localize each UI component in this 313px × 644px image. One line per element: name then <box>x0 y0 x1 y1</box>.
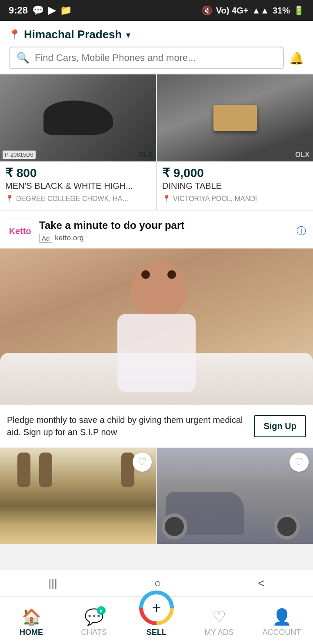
ad-bottom: Pledge monthly to save a child by giving… <box>0 405 313 447</box>
product-card-table[interactable]: OLX ₹ 9,000 DINING TABLE 📍 VICTORIYA POO… <box>157 74 313 210</box>
product-card-shoe[interactable]: P-20815D6 OLX ₹ 800 MEN'S BLACK & WHITE … <box>0 74 156 210</box>
status-bar: 9:28 💬 ▶ 📁 🔇 Vo) 4G+ ▲▲ 31% 🔋 <box>0 0 313 21</box>
product-card-bike[interactable]: ♡ <box>157 448 313 544</box>
nav-item-account[interactable]: 👤 ACCOUNT <box>250 597 313 644</box>
signal-icon: ▲▲ <box>252 6 269 16</box>
nav-item-my-ads[interactable]: ♡ MY ADS <box>188 597 250 644</box>
child-body <box>117 314 196 392</box>
search-input[interactable] <box>35 52 276 64</box>
location-pin-icon: 📍 <box>9 29 20 40</box>
battery-icon: 🔋 <box>293 5 304 16</box>
product-image-table: OLX <box>157 74 313 161</box>
ad-info-button[interactable]: ⓘ <box>296 225 306 238</box>
hanging-item-2 <box>39 453 52 487</box>
hanging-item-3 <box>121 453 134 487</box>
location-text-shoe: DEGREE COLLEGE CHOWK, HA... <box>16 195 128 203</box>
sell-circle: + <box>139 590 174 625</box>
shoe-shape <box>43 101 113 135</box>
shoe-image-bg: P-20815D6 OLX <box>0 74 156 161</box>
product-price-table: ₹ 9,000 <box>157 161 313 181</box>
ad-url: ketto.org <box>55 234 83 242</box>
network-icon: Vo) 4G+ <box>216 6 249 16</box>
child-eye-left <box>141 270 150 279</box>
bottom-nav: 🏠 HOME 💬 ● CHATS + SELL ♡ MY ADS 👤 ACCOU… <box>0 596 313 644</box>
product-image-shoe: P-20815D6 OLX <box>0 74 156 161</box>
home-label: HOME <box>20 628 43 637</box>
storage-icon: 📁 <box>60 5 72 16</box>
olx-watermark-2: OLX <box>295 151 310 159</box>
ad-header: Ketto Take a minute to do your part Ad k… <box>0 211 313 248</box>
child-eye-right <box>167 270 176 279</box>
nav-item-home[interactable]: 🏠 HOME <box>0 597 63 644</box>
youtube-icon: ▶ <box>48 5 56 16</box>
my-ads-icon: ♡ <box>212 608 226 626</box>
whatsapp-icon: 💬 <box>32 5 44 16</box>
ketto-logo-text: Ketto <box>9 226 31 236</box>
ad-title: Take a minute to do your part <box>39 219 290 232</box>
home-icon: 🏠 <box>22 608 41 626</box>
search-bar[interactable]: 🔍 <box>9 47 284 69</box>
product-location-table: 📍 VICTORIYA POOL, MANDI <box>157 191 313 203</box>
product-price-shoe: ₹ 800 <box>0 161 156 181</box>
sell-label: SELL <box>147 628 166 637</box>
ad-label: Ad <box>39 234 52 243</box>
ad-image-bg <box>0 248 313 405</box>
signup-button[interactable]: Sign Up <box>254 415 306 437</box>
location-icon-2: 📍 <box>162 195 171 203</box>
product-location-shoe: 📍 DEGREE COLLEGE CHOWK, HA... <box>0 191 156 203</box>
system-home-button[interactable]: ○ <box>154 577 161 590</box>
ad-banner[interactable]: Ketto Take a minute to do your part Ad k… <box>0 211 313 447</box>
wishlist-button-carpet[interactable]: ♡ <box>133 453 152 472</box>
ketto-logo: Ketto <box>7 218 33 244</box>
ad-title-wrap: Take a minute to do your part Ad ketto.o… <box>39 219 290 243</box>
bike-wheel-rear <box>274 513 300 540</box>
bike-wheel-front <box>161 513 187 540</box>
product-grid: P-20815D6 OLX ₹ 800 MEN'S BLACK & WHITE … <box>0 74 313 210</box>
nav-item-sell[interactable]: + SELL <box>125 604 188 637</box>
chats-label: CHATS <box>81 628 107 637</box>
battery-text: 31% <box>273 6 290 16</box>
system-menu-button[interactable]: ||| <box>48 577 57 590</box>
search-wrap: 🔍 <box>9 47 284 69</box>
system-back-button[interactable]: < <box>258 577 264 590</box>
table-surface <box>213 105 257 131</box>
status-right: 🔇 Vo) 4G+ ▲▲ 31% 🔋 <box>202 5 304 16</box>
account-label: ACCOUNT <box>263 628 301 637</box>
header: 📍 Himachal Pradesh ▾ 🔍 🔔 <box>0 21 313 74</box>
nav-item-chats[interactable]: 💬 ● CHATS <box>63 597 125 644</box>
notification-button[interactable]: 🔔 <box>289 51 304 65</box>
ad-image <box>0 248 313 405</box>
product-image-bike: ♡ <box>157 448 313 544</box>
chats-icon-wrap: 💬 ● <box>84 608 104 626</box>
chevron-down-icon: ▾ <box>126 30 130 40</box>
my-ads-label: MY ADS <box>204 628 234 637</box>
table-image-bg: OLX <box>157 74 313 161</box>
location-icon: 📍 <box>5 195 14 203</box>
location-text-table: VICTORIYA POOL, MANDI <box>173 195 257 203</box>
header-search-row: 🔍 🔔 <box>9 47 304 69</box>
ad-description: Pledge monthly to save a child by giving… <box>7 414 247 438</box>
sell-plus-icon: + <box>143 594 170 621</box>
account-icon: 👤 <box>272 608 292 626</box>
search-icon: 🔍 <box>17 52 30 64</box>
product-badge: P-20815D6 <box>3 151 36 159</box>
product-card-carpet[interactable]: ♡ <box>0 448 156 544</box>
status-left: 9:28 💬 ▶ 📁 <box>9 5 72 16</box>
hanging-item-1 <box>17 453 30 487</box>
product-title-table: DINING TABLE <box>157 181 313 191</box>
product-grid-2: ♡ ♡ <box>0 448 313 544</box>
ad-sub: Ad ketto.org <box>39 234 290 243</box>
product-title-shoe: MEN'S BLACK & WHITE HIGH... <box>0 181 156 191</box>
time: 9:28 <box>9 5 28 16</box>
child-head <box>130 262 187 318</box>
location-row[interactable]: 📍 Himachal Pradesh ▾ <box>9 28 304 41</box>
wishlist-button-bike[interactable]: ♡ <box>290 453 309 472</box>
product-image-carpet: ♡ <box>0 448 156 544</box>
location-text: Himachal Pradesh <box>24 28 122 41</box>
chat-notification-badge: ● <box>97 606 106 615</box>
olx-watermark: OLX <box>138 151 153 159</box>
mute-icon: 🔇 <box>202 5 213 16</box>
